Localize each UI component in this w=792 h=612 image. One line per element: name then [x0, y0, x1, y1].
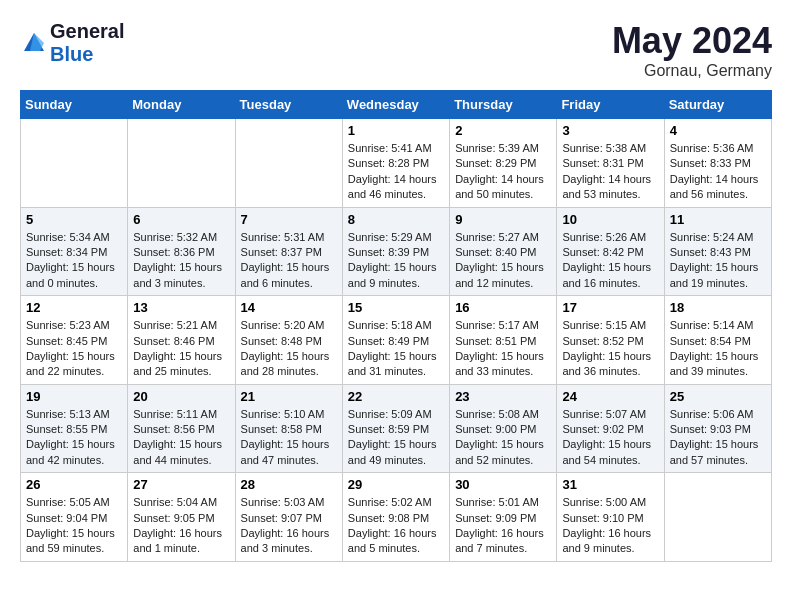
day-number: 29: [348, 477, 444, 492]
day-number: 11: [670, 212, 766, 227]
day-info: Sunrise: 5:13 AM Sunset: 8:55 PM Dayligh…: [26, 407, 122, 469]
day-info: Sunrise: 5:00 AM Sunset: 9:10 PM Dayligh…: [562, 495, 658, 557]
day-number: 25: [670, 389, 766, 404]
day-info: Sunrise: 5:15 AM Sunset: 8:52 PM Dayligh…: [562, 318, 658, 380]
day-info: Sunrise: 5:29 AM Sunset: 8:39 PM Dayligh…: [348, 230, 444, 292]
weekday-header-row: Sunday Monday Tuesday Wednesday Thursday…: [21, 91, 772, 119]
day-number: 19: [26, 389, 122, 404]
day-info: Sunrise: 5:26 AM Sunset: 8:42 PM Dayligh…: [562, 230, 658, 292]
week-row-4: 19Sunrise: 5:13 AM Sunset: 8:55 PM Dayli…: [21, 384, 772, 473]
header-monday: Monday: [128, 91, 235, 119]
location: Gornau, Germany: [612, 62, 772, 80]
header-wednesday: Wednesday: [342, 91, 449, 119]
day-number: 9: [455, 212, 551, 227]
day-info: Sunrise: 5:36 AM Sunset: 8:33 PM Dayligh…: [670, 141, 766, 203]
week-row-5: 26Sunrise: 5:05 AM Sunset: 9:04 PM Dayli…: [21, 473, 772, 562]
calendar-cell: 8Sunrise: 5:29 AM Sunset: 8:39 PM Daylig…: [342, 207, 449, 296]
day-info: Sunrise: 5:03 AM Sunset: 9:07 PM Dayligh…: [241, 495, 337, 557]
calendar-cell: 21Sunrise: 5:10 AM Sunset: 8:58 PM Dayli…: [235, 384, 342, 473]
calendar-cell: 19Sunrise: 5:13 AM Sunset: 8:55 PM Dayli…: [21, 384, 128, 473]
calendar-cell: [664, 473, 771, 562]
day-info: Sunrise: 5:02 AM Sunset: 9:08 PM Dayligh…: [348, 495, 444, 557]
calendar-cell: 30Sunrise: 5:01 AM Sunset: 9:09 PM Dayli…: [450, 473, 557, 562]
calendar-cell: 2Sunrise: 5:39 AM Sunset: 8:29 PM Daylig…: [450, 119, 557, 208]
calendar-cell: 9Sunrise: 5:27 AM Sunset: 8:40 PM Daylig…: [450, 207, 557, 296]
day-number: 7: [241, 212, 337, 227]
day-number: 12: [26, 300, 122, 315]
calendar-cell: 23Sunrise: 5:08 AM Sunset: 9:00 PM Dayli…: [450, 384, 557, 473]
calendar-cell: 4Sunrise: 5:36 AM Sunset: 8:33 PM Daylig…: [664, 119, 771, 208]
day-number: 30: [455, 477, 551, 492]
day-number: 27: [133, 477, 229, 492]
week-row-2: 5Sunrise: 5:34 AM Sunset: 8:34 PM Daylig…: [21, 207, 772, 296]
page-header: General Blue May 2024 Gornau, Germany: [20, 20, 772, 80]
day-number: 31: [562, 477, 658, 492]
day-number: 6: [133, 212, 229, 227]
day-info: Sunrise: 5:17 AM Sunset: 8:51 PM Dayligh…: [455, 318, 551, 380]
calendar-cell: 6Sunrise: 5:32 AM Sunset: 8:36 PM Daylig…: [128, 207, 235, 296]
calendar-cell: 10Sunrise: 5:26 AM Sunset: 8:42 PM Dayli…: [557, 207, 664, 296]
logo-icon: [20, 29, 48, 57]
day-info: Sunrise: 5:07 AM Sunset: 9:02 PM Dayligh…: [562, 407, 658, 469]
day-number: 10: [562, 212, 658, 227]
calendar-cell: 17Sunrise: 5:15 AM Sunset: 8:52 PM Dayli…: [557, 296, 664, 385]
calendar-cell: 16Sunrise: 5:17 AM Sunset: 8:51 PM Dayli…: [450, 296, 557, 385]
calendar-cell: 28Sunrise: 5:03 AM Sunset: 9:07 PM Dayli…: [235, 473, 342, 562]
calendar-cell: 13Sunrise: 5:21 AM Sunset: 8:46 PM Dayli…: [128, 296, 235, 385]
day-number: 18: [670, 300, 766, 315]
day-number: 14: [241, 300, 337, 315]
day-number: 16: [455, 300, 551, 315]
day-number: 2: [455, 123, 551, 138]
calendar-cell: 20Sunrise: 5:11 AM Sunset: 8:56 PM Dayli…: [128, 384, 235, 473]
day-number: 26: [26, 477, 122, 492]
day-number: 4: [670, 123, 766, 138]
week-row-3: 12Sunrise: 5:23 AM Sunset: 8:45 PM Dayli…: [21, 296, 772, 385]
day-info: Sunrise: 5:41 AM Sunset: 8:28 PM Dayligh…: [348, 141, 444, 203]
day-info: Sunrise: 5:10 AM Sunset: 8:58 PM Dayligh…: [241, 407, 337, 469]
day-info: Sunrise: 5:31 AM Sunset: 8:37 PM Dayligh…: [241, 230, 337, 292]
calendar-table: Sunday Monday Tuesday Wednesday Thursday…: [20, 90, 772, 562]
header-saturday: Saturday: [664, 91, 771, 119]
day-info: Sunrise: 5:11 AM Sunset: 8:56 PM Dayligh…: [133, 407, 229, 469]
day-number: 21: [241, 389, 337, 404]
calendar-cell: 22Sunrise: 5:09 AM Sunset: 8:59 PM Dayli…: [342, 384, 449, 473]
calendar-cell: 29Sunrise: 5:02 AM Sunset: 9:08 PM Dayli…: [342, 473, 449, 562]
day-number: 20: [133, 389, 229, 404]
calendar-cell: 14Sunrise: 5:20 AM Sunset: 8:48 PM Dayli…: [235, 296, 342, 385]
header-friday: Friday: [557, 91, 664, 119]
day-info: Sunrise: 5:27 AM Sunset: 8:40 PM Dayligh…: [455, 230, 551, 292]
title-block: May 2024 Gornau, Germany: [612, 20, 772, 80]
day-number: 8: [348, 212, 444, 227]
day-info: Sunrise: 5:23 AM Sunset: 8:45 PM Dayligh…: [26, 318, 122, 380]
day-info: Sunrise: 5:05 AM Sunset: 9:04 PM Dayligh…: [26, 495, 122, 557]
day-info: Sunrise: 5:18 AM Sunset: 8:49 PM Dayligh…: [348, 318, 444, 380]
calendar-cell: 31Sunrise: 5:00 AM Sunset: 9:10 PM Dayli…: [557, 473, 664, 562]
logo-text: General Blue: [50, 20, 124, 66]
header-thursday: Thursday: [450, 91, 557, 119]
day-info: Sunrise: 5:34 AM Sunset: 8:34 PM Dayligh…: [26, 230, 122, 292]
calendar-cell: 18Sunrise: 5:14 AM Sunset: 8:54 PM Dayli…: [664, 296, 771, 385]
header-tuesday: Tuesday: [235, 91, 342, 119]
month-title: May 2024: [612, 20, 772, 62]
day-info: Sunrise: 5:24 AM Sunset: 8:43 PM Dayligh…: [670, 230, 766, 292]
calendar-cell: 27Sunrise: 5:04 AM Sunset: 9:05 PM Dayli…: [128, 473, 235, 562]
calendar-cell: 3Sunrise: 5:38 AM Sunset: 8:31 PM Daylig…: [557, 119, 664, 208]
logo: General Blue: [20, 20, 124, 66]
day-info: Sunrise: 5:38 AM Sunset: 8:31 PM Dayligh…: [562, 141, 658, 203]
calendar-cell: 7Sunrise: 5:31 AM Sunset: 8:37 PM Daylig…: [235, 207, 342, 296]
calendar-cell: 1Sunrise: 5:41 AM Sunset: 8:28 PM Daylig…: [342, 119, 449, 208]
header-sunday: Sunday: [21, 91, 128, 119]
calendar-cell: 11Sunrise: 5:24 AM Sunset: 8:43 PM Dayli…: [664, 207, 771, 296]
calendar-cell: [235, 119, 342, 208]
day-info: Sunrise: 5:06 AM Sunset: 9:03 PM Dayligh…: [670, 407, 766, 469]
day-number: 1: [348, 123, 444, 138]
day-info: Sunrise: 5:32 AM Sunset: 8:36 PM Dayligh…: [133, 230, 229, 292]
day-number: 13: [133, 300, 229, 315]
day-number: 28: [241, 477, 337, 492]
calendar-cell: 12Sunrise: 5:23 AM Sunset: 8:45 PM Dayli…: [21, 296, 128, 385]
calendar-cell: 15Sunrise: 5:18 AM Sunset: 8:49 PM Dayli…: [342, 296, 449, 385]
day-info: Sunrise: 5:21 AM Sunset: 8:46 PM Dayligh…: [133, 318, 229, 380]
day-info: Sunrise: 5:14 AM Sunset: 8:54 PM Dayligh…: [670, 318, 766, 380]
day-number: 5: [26, 212, 122, 227]
day-number: 3: [562, 123, 658, 138]
